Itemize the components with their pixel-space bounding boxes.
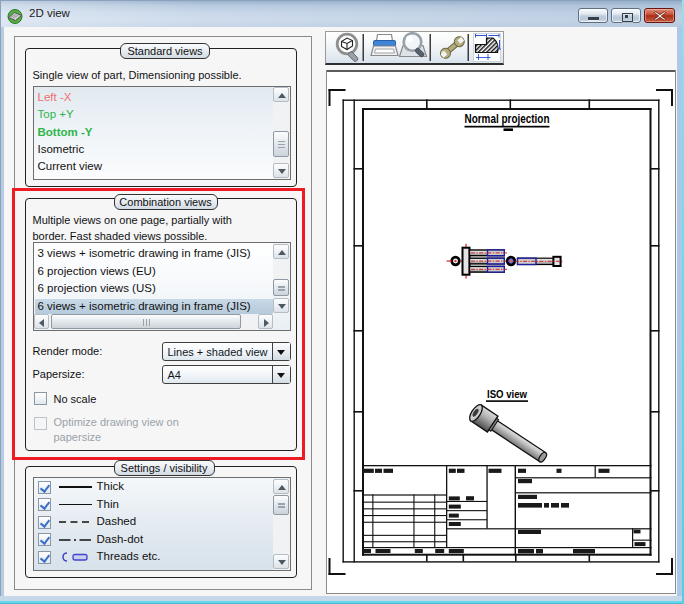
svg-text:Normal projection: Normal projection <box>464 112 549 126</box>
svg-text:ISO view: ISO view <box>487 388 527 400</box>
